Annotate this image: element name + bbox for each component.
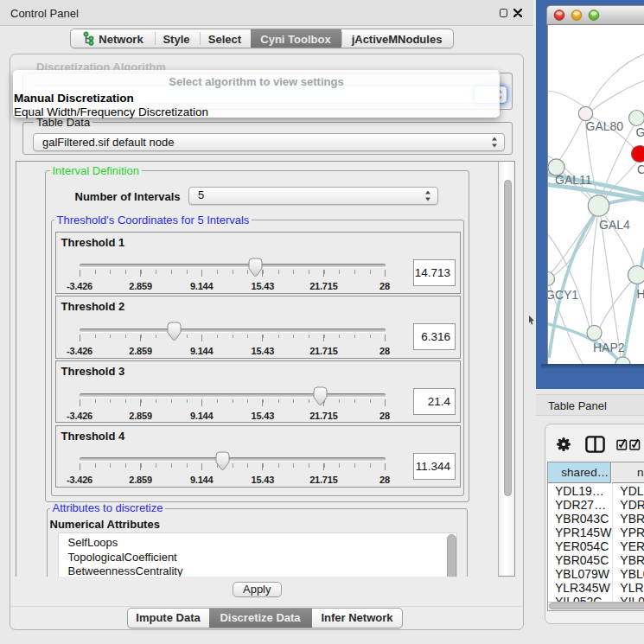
svg-text:HAP2: HAP2 xyxy=(593,340,625,354)
svg-text:C: C xyxy=(637,163,644,176)
svg-text:GAL80: GAL80 xyxy=(585,118,623,132)
svg-text:GAL4: GAL4 xyxy=(599,218,630,232)
svg-text:H: H xyxy=(636,286,644,300)
svg-text:GAL11: GAL11 xyxy=(555,173,592,187)
svg-text:GA: GA xyxy=(635,125,644,139)
svg-text:GCY1: GCY1 xyxy=(548,287,578,301)
